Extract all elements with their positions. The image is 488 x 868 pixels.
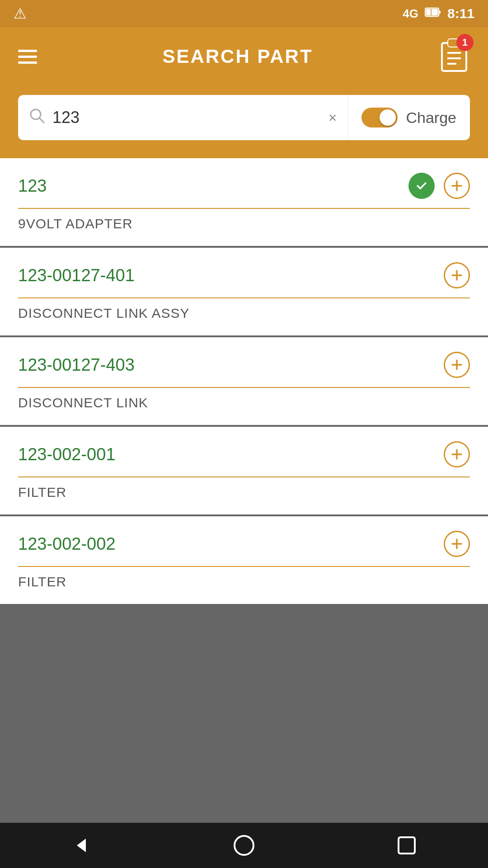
- recents-square: [398, 836, 416, 854]
- result-actions: [444, 531, 470, 557]
- search-area: × Charge: [0, 86, 488, 158]
- menu-button[interactable]: [18, 50, 37, 64]
- add-button[interactable]: [444, 531, 470, 557]
- result-actions: [408, 173, 470, 199]
- part-description: DISCONNECT LINK: [18, 395, 470, 410]
- list-item[interactable]: 1239VOLT ADAPTER: [0, 158, 488, 246]
- battery-icon: [425, 7, 441, 21]
- header: SEARCH PART 1: [0, 27, 488, 86]
- add-button[interactable]: [444, 352, 470, 378]
- result-actions: [444, 352, 470, 378]
- result-actions: [444, 441, 470, 467]
- list-item[interactable]: 123-002-001FILTER: [0, 427, 488, 514]
- add-button[interactable]: [444, 262, 470, 288]
- list-item[interactable]: 123-002-002FILTER: [0, 516, 488, 604]
- add-button[interactable]: [444, 441, 470, 467]
- divider: [18, 208, 470, 209]
- svg-rect-1: [439, 11, 441, 14]
- part-number: 123-002-002: [18, 534, 116, 554]
- home-button[interactable]: [226, 827, 262, 863]
- part-number: 123-00127-401: [18, 266, 135, 285]
- part-description: FILTER: [18, 574, 470, 590]
- back-button[interactable]: [63, 827, 99, 863]
- divider: [18, 297, 470, 298]
- part-number: 123-002-001: [18, 445, 116, 464]
- toggle-knob: [380, 109, 396, 126]
- signal-icon: 4G: [403, 7, 418, 21]
- part-description: FILTER: [18, 485, 470, 500]
- status-bar: ⚠ 4G 8:11: [0, 0, 488, 27]
- results-list: 1239VOLT ADAPTER123-00127-401DISCONNECT …: [0, 158, 488, 823]
- svg-rect-2: [426, 9, 438, 15]
- status-time: 8:11: [447, 6, 474, 21]
- check-icon[interactable]: [408, 173, 435, 199]
- search-icon: [29, 108, 45, 128]
- warning-icon: ⚠: [14, 5, 27, 22]
- page-title: SEARCH PART: [162, 46, 313, 67]
- result-actions: [444, 262, 470, 288]
- divider: [18, 387, 470, 388]
- status-bar-right: 4G 8:11: [403, 6, 474, 21]
- recents-button[interactable]: [389, 827, 425, 863]
- part-number: 123: [18, 176, 47, 196]
- badge-count: 1: [456, 34, 474, 51]
- list-item[interactable]: 123-00127-403DISCONNECT LINK: [0, 337, 488, 425]
- part-number: 123-00127-403: [18, 355, 135, 375]
- home-circle: [234, 835, 254, 856]
- add-button[interactable]: [444, 173, 470, 199]
- charge-toggle-switch[interactable]: [361, 108, 398, 127]
- list-item[interactable]: 123-00127-401DISCONNECT LINK ASSY: [0, 248, 488, 335]
- svg-marker-22: [77, 839, 86, 852]
- search-box: ×: [18, 95, 347, 140]
- svg-line-11: [39, 118, 44, 123]
- divider: [18, 566, 470, 567]
- charge-toggle-container: Charge: [347, 95, 470, 140]
- clear-icon[interactable]: ×: [328, 109, 337, 126]
- search-input[interactable]: [52, 108, 328, 127]
- divider: [18, 476, 470, 477]
- part-description: DISCONNECT LINK ASSY: [18, 306, 470, 321]
- status-bar-left: ⚠: [14, 5, 27, 22]
- charge-label: Charge: [406, 109, 456, 127]
- part-description: 9VOLT ADAPTER: [18, 216, 470, 231]
- bottom-nav: [0, 823, 488, 868]
- clipboard-button[interactable]: 1: [438, 38, 470, 75]
